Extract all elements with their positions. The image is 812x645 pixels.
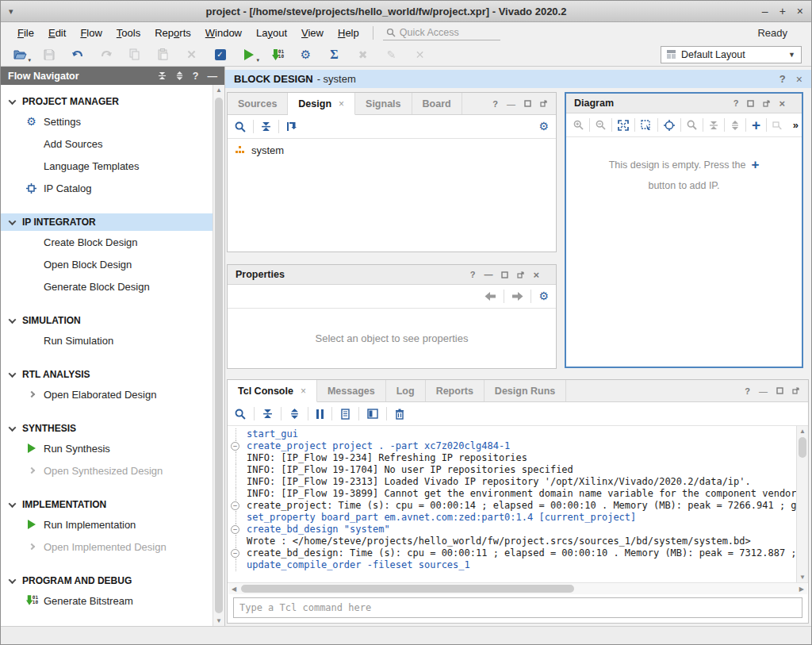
flow-section-header-synthesis[interactable]: SYNTHESIS (1, 420, 213, 437)
paste-icon[interactable] (153, 45, 173, 64)
minimize-icon[interactable]: — (759, 386, 768, 396)
tab-reports[interactable]: Reports (426, 380, 485, 401)
flow-section-header-project-manager[interactable]: PROJECT MANAGER (1, 93, 213, 110)
maximize-icon[interactable] (501, 271, 508, 278)
scroll-right-icon[interactable]: ▶ (799, 583, 804, 594)
gear-icon[interactable]: ⚙ (538, 121, 549, 132)
flow-section-header-rtl-analysis[interactable]: RTL ANALYSIS (1, 366, 213, 383)
collapse-all-icon[interactable] (158, 71, 167, 80)
menu-reports[interactable]: Reports (147, 25, 198, 41)
tab-board[interactable]: Board (412, 93, 462, 114)
flow-item-generate-bitstream[interactable]: 0110Generate Bitstream (1, 589, 213, 612)
collapse-marker-icon[interactable]: − (231, 525, 239, 534)
expand-all-icon[interactable] (730, 121, 740, 130)
window-menu-icon[interactable]: ▾ (9, 6, 25, 17)
expand-all-icon[interactable] (175, 71, 184, 80)
close-icon[interactable]: × (533, 269, 539, 281)
flow-section-header-simulation[interactable]: SIMULATION (1, 312, 213, 329)
scroll-up-icon[interactable]: ▲ (797, 428, 808, 435)
tcl-console-output[interactable]: start_gui−create_project project . -part… (228, 426, 796, 582)
menu-edit[interactable]: Edit (41, 25, 73, 41)
flow-item-run-implementation[interactable]: Run Implementation (1, 513, 213, 536)
pencil-icon[interactable]: ✎ (381, 45, 401, 64)
float-icon[interactable] (792, 387, 799, 394)
back-arrow-icon[interactable] (485, 292, 496, 301)
window-minimize-icon[interactable]: – (762, 5, 768, 17)
tab-signals[interactable]: Signals (355, 93, 412, 114)
close-icon[interactable]: ✕ (410, 45, 430, 64)
menu-help[interactable]: Help (331, 25, 366, 41)
minimize-icon[interactable]: — (484, 270, 492, 279)
help-icon[interactable]: ? (492, 99, 498, 109)
flow-section-header-implementation[interactable]: IMPLEMENTATION (1, 496, 213, 513)
scroll-down-icon[interactable]: ▼ (213, 617, 224, 624)
collapse-all-icon[interactable] (262, 409, 273, 419)
scrollbar-thumb[interactable] (215, 98, 223, 613)
flow-item-open-synthesized-design[interactable]: Open Synthesized Design (1, 459, 213, 482)
tab-log[interactable]: Log (386, 380, 426, 401)
help-icon[interactable]: ? (733, 98, 739, 108)
scroll-up-icon[interactable]: ▲ (213, 86, 224, 94)
flow-section-header-program-and-debug[interactable]: PROGRAM AND DEBUG (1, 572, 213, 589)
tab-close-icon[interactable]: × (301, 386, 306, 397)
help-icon[interactable]: ? (745, 386, 750, 396)
flow-item-language-templates[interactable]: Language Templates (1, 155, 213, 177)
validate-icon[interactable]: ✓ (210, 45, 230, 64)
menu-flow[interactable]: Flow (73, 25, 109, 41)
scroll-down-icon[interactable]: ▼ (797, 574, 808, 581)
close-icon[interactable]: × (779, 98, 785, 109)
zoom-out-icon[interactable] (596, 120, 606, 130)
float-icon[interactable] (763, 100, 770, 107)
redo-icon[interactable] (96, 45, 116, 64)
scroll-left-icon[interactable]: ◀ (232, 583, 236, 594)
collapse-marker-icon[interactable]: − (231, 501, 239, 510)
float-icon[interactable] (540, 100, 547, 107)
collapse-marker-icon[interactable]: − (231, 549, 239, 558)
sigma-report-icon[interactable]: Σ (324, 45, 344, 64)
flow-item-open-block-design[interactable]: Open Block Design (1, 253, 213, 275)
settings-gear-icon[interactable]: ⚙ (296, 45, 316, 64)
help-icon[interactable]: ? (193, 71, 199, 82)
scrollbar-thumb[interactable] (799, 437, 806, 458)
minimize-icon[interactable]: — (208, 71, 218, 82)
goto-selected-icon[interactable] (286, 121, 297, 132)
undo-icon[interactable] (67, 45, 87, 64)
flow-item-open-implemented-design[interactable]: Open Implemented Design (1, 536, 213, 558)
minimize-icon[interactable]: — (507, 99, 515, 109)
save-icon[interactable] (39, 45, 59, 64)
tab-sources[interactable]: Sources (228, 93, 288, 114)
tree-item-system[interactable]: system (235, 144, 549, 156)
search-icon[interactable] (235, 409, 246, 420)
search-icon[interactable] (235, 121, 246, 132)
flow-item-create-block-design[interactable]: Create Block Design (1, 231, 213, 253)
run-icon[interactable]: ▾ (239, 45, 259, 64)
tcl-command-input[interactable] (234, 602, 802, 613)
collapse-all-icon[interactable] (709, 121, 718, 130)
menu-file[interactable]: File (10, 25, 41, 41)
line-columns-icon[interactable] (367, 409, 378, 419)
flow-section-header-ip-integrator[interactable]: IP INTEGRATOR (1, 213, 213, 231)
tab-design[interactable]: Design× (288, 93, 355, 115)
maximize-icon[interactable] (747, 100, 754, 107)
zoom-in-icon[interactable] (573, 120, 584, 130)
sidebar-scrollbar[interactable]: ▲ ▼ (213, 85, 224, 626)
menu-layout[interactable]: Layout (249, 25, 294, 41)
console-vscrollbar[interactable]: ▲ ▼ (796, 426, 808, 582)
float-icon[interactable] (517, 271, 524, 278)
tab-messages[interactable]: Messages (317, 380, 386, 401)
flow-item-generate-block-design[interactable]: Generate Block Design (1, 275, 213, 298)
flow-item-ip-catalog[interactable]: IP Catalog (1, 177, 213, 199)
flow-item-add-sources[interactable]: Add Sources (1, 132, 213, 155)
search-icon[interactable] (687, 120, 697, 130)
flow-item-run-simulation[interactable]: Run Simulation (1, 329, 213, 351)
expand-all-icon[interactable] (289, 409, 300, 419)
maximize-icon[interactable] (524, 100, 531, 107)
quick-access-search[interactable] (383, 25, 500, 40)
flow-item-run-synthesis[interactable]: Run Synthesis (1, 437, 213, 459)
menu-window[interactable]: Window (198, 25, 249, 41)
help-icon[interactable]: ? (470, 270, 476, 279)
pause-output-icon[interactable] (316, 409, 324, 419)
close-icon[interactable]: × (796, 73, 802, 86)
console-hscrollbar[interactable]: ◀ ▶ (228, 583, 807, 594)
scrollbar-thumb[interactable] (241, 585, 574, 593)
